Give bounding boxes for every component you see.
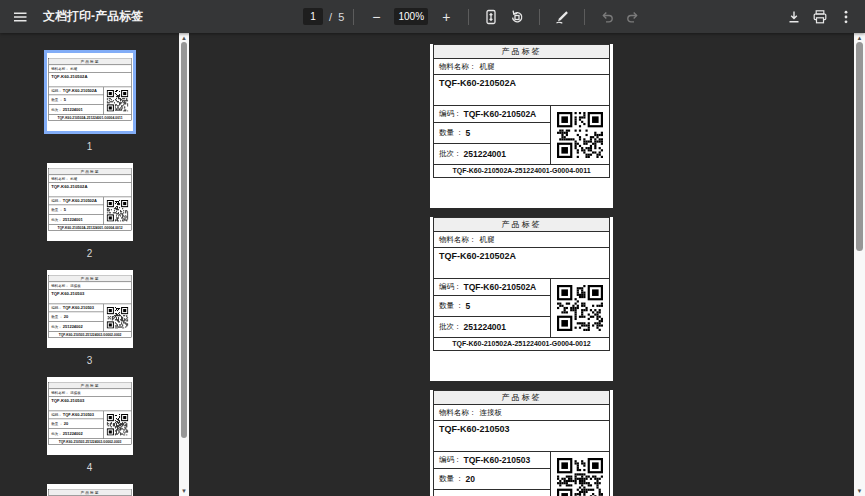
sidebar-scrollbar-thumb[interactable] <box>181 42 187 438</box>
scroll-up-arrow-icon[interactable]: ▲ <box>854 34 865 42</box>
code-row: 编码：TQF-K60-210503 <box>48 304 103 312</box>
sidebar-scrollbar[interactable]: ▲ ▼ <box>179 33 189 496</box>
product-code: TQF-K60-210503 <box>48 290 130 305</box>
thumbnail-page-4[interactable]: 产品标签 物料名称：连接板 TQF-K60-210503 编码：TQF-K60-… <box>0 377 179 474</box>
undo-button[interactable] <box>594 4 620 30</box>
code-row: 编码：TQF-K60-210502A <box>434 279 550 296</box>
batch-label: 批次： <box>51 431 62 436</box>
thumbnail-page-2[interactable]: 产品标签 物料名称：机腿 TQF-K60-210502A 编码：TQF-K60-… <box>0 163 179 260</box>
download-button[interactable] <box>781 4 807 30</box>
fit-page-button[interactable] <box>478 4 504 30</box>
batch-row: 批次：251224002 <box>48 322 103 331</box>
toolbar-separator <box>584 9 585 25</box>
batch-row: 批次：251224002 <box>48 429 103 438</box>
batch-row: 批次：251224002 <box>434 490 550 496</box>
zoom-level-input[interactable] <box>394 8 428 25</box>
product-label: 产品标签 物料名称：连接板 TQF-K60-210503 编码：TQF-K60-… <box>48 275 131 338</box>
thumbnail-preview[interactable]: 产品标签 物料名称：机腿 TQF-K60-210502A 编码：TQF-K60-… <box>47 163 133 241</box>
material-name-row: 物料名称：连接板 <box>48 282 130 290</box>
label-serial-footer: TQF-K60-210502A-251224001-G0004-0012 <box>48 225 130 231</box>
quantity-row: 数量 ：20 <box>48 312 103 322</box>
material-name-row: 物料名称：机腿 <box>434 232 609 248</box>
rotate-button[interactable] <box>504 4 530 30</box>
material-name-value: 机腿 <box>480 235 495 244</box>
material-name-row: 物料名称：连接板 <box>48 389 130 397</box>
batch-label: 批次： <box>51 324 62 329</box>
material-name-label: 物料名称： <box>51 283 69 287</box>
document-page-2: 产品标签 物料名称：机腿 TQF-K60-210502A 编码：TQF-K60-… <box>430 217 613 381</box>
thumbnail-page-3[interactable]: 产品标签 物料名称：连接板 TQF-K60-210503 编码：TQF-K60-… <box>0 270 179 367</box>
batch-value: 251224001 <box>62 217 82 222</box>
label-detail-grid: 编码：TQF-K60-210502A 数量 ：5 批次：251224001 <box>434 279 609 338</box>
toolbar-separator <box>468 9 469 25</box>
thumbnail-page-1[interactable]: 产品标签 物料名称：机腿 TQF-K60-210502A 编码：TQF-K60-… <box>0 50 179 153</box>
code-value: TQF-K60-210502A <box>464 109 537 119</box>
label-title: 产品标签 <box>434 45 609 59</box>
rotate-icon <box>509 9 525 25</box>
zoom-out-button[interactable]: − <box>363 4 389 30</box>
code-label: 编码： <box>439 455 462 465</box>
quantity-value: 20 <box>63 421 67 426</box>
code-row: 编码：TQF-K60-210502A <box>434 106 550 123</box>
code-row: 编码：TQF-K60-210503 <box>48 411 103 419</box>
thumbnail-page-5[interactable]: 产品标签 物料名称：连接板 TQF-K60-210503 编码：TQF-K60-… <box>0 484 179 496</box>
label-serial-footer: TQF-K60-210503-251224002-G0002-0003 <box>48 439 130 445</box>
product-label: 产品标签 物料名称：连接板 TQF-K60-210503 编码：TQF-K60-… <box>433 390 610 496</box>
thumbnail-page-number: 1 <box>0 140 179 153</box>
thumbnail-page-number: 3 <box>0 354 179 367</box>
batch-row: 批次：251224001 <box>434 317 550 337</box>
scroll-up-arrow-icon[interactable]: ▲ <box>179 34 189 42</box>
label-detail-grid: 编码：TQF-K60-210502A 数量 ：5 批次：251224001 <box>434 106 609 165</box>
thumbnail-preview[interactable]: 产品标签 物料名称：机腿 TQF-K60-210502A 编码：TQF-K60-… <box>44 50 136 134</box>
product-label: 产品标签 物料名称：机腿 TQF-K60-210502A 编码：TQF-K60-… <box>48 58 131 121</box>
zoom-in-button[interactable]: + <box>433 4 459 30</box>
batch-label: 批次： <box>51 107 62 112</box>
quantity-value: 5 <box>466 128 471 138</box>
qr-code <box>103 87 130 114</box>
kebab-menu-icon <box>838 9 854 25</box>
material-name-row: 物料名称：机腿 <box>434 59 609 75</box>
print-button[interactable] <box>807 4 833 30</box>
print-icon <box>812 9 828 25</box>
code-value: TQF-K60-210503 <box>62 413 93 418</box>
scroll-down-arrow-icon[interactable]: ▼ <box>854 487 865 495</box>
quantity-row: 数量 ：20 <box>48 419 103 429</box>
fit-page-icon <box>483 9 499 25</box>
material-name-value: 连接板 <box>480 408 503 417</box>
quantity-label: 数量 ： <box>439 301 464 311</box>
code-label: 编码： <box>51 306 62 311</box>
main-scrollbar-thumb[interactable] <box>856 42 863 251</box>
material-name-value: 机腿 <box>70 176 77 180</box>
qr-code <box>551 452 608 496</box>
quantity-row: 数量 ：5 <box>48 95 103 105</box>
label-serial-footer: TQF-K60-210502A-251224001-G0004-0011 <box>48 115 130 121</box>
redo-button[interactable] <box>620 4 646 30</box>
quantity-row: 数量 ：5 <box>434 296 550 317</box>
main-scrollbar[interactable]: ▲ ▼ <box>854 33 865 496</box>
quantity-row: 数量 ：5 <box>434 123 550 144</box>
quantity-label: 数量 ： <box>439 128 464 138</box>
document-page-area: 产品标签 物料名称：机腿 TQF-K60-210502A 编码：TQF-K60-… <box>430 39 613 496</box>
download-icon <box>786 9 802 25</box>
thumbnail-preview[interactable]: 产品标签 物料名称：连接板 TQF-K60-210503 编码：TQF-K60-… <box>47 377 133 455</box>
product-code: TQF-K60-210502A <box>48 73 130 88</box>
batch-row: 批次：251224001 <box>434 144 550 164</box>
quantity-label: 数量 ： <box>51 421 63 426</box>
batch-value: 251224001 <box>464 322 507 332</box>
toolbar-separator <box>353 9 354 25</box>
scroll-down-arrow-icon[interactable]: ▼ <box>179 487 189 495</box>
quantity-row: 数量 ：5 <box>48 205 103 215</box>
annotate-button[interactable] <box>549 4 575 30</box>
thumbnail-preview[interactable]: 产品标签 物料名称：连接板 TQF-K60-210503 编码：TQF-K60-… <box>47 270 133 348</box>
material-name-label: 物料名称： <box>439 62 477 71</box>
thumbnail-preview[interactable]: 产品标签 物料名称：连接板 TQF-K60-210503 编码：TQF-K60-… <box>47 484 133 496</box>
menu-button[interactable] <box>7 4 33 30</box>
product-code: TQF-K60-210503 <box>434 421 609 452</box>
more-options-button[interactable] <box>833 4 859 30</box>
page-number-input[interactable] <box>303 8 323 25</box>
code-label: 编码： <box>51 413 62 418</box>
page-count-label: / 5 <box>329 11 344 23</box>
redo-icon <box>625 9 641 25</box>
code-value: TQF-K60-210503 <box>464 455 531 465</box>
quantity-value: 20 <box>466 474 475 484</box>
